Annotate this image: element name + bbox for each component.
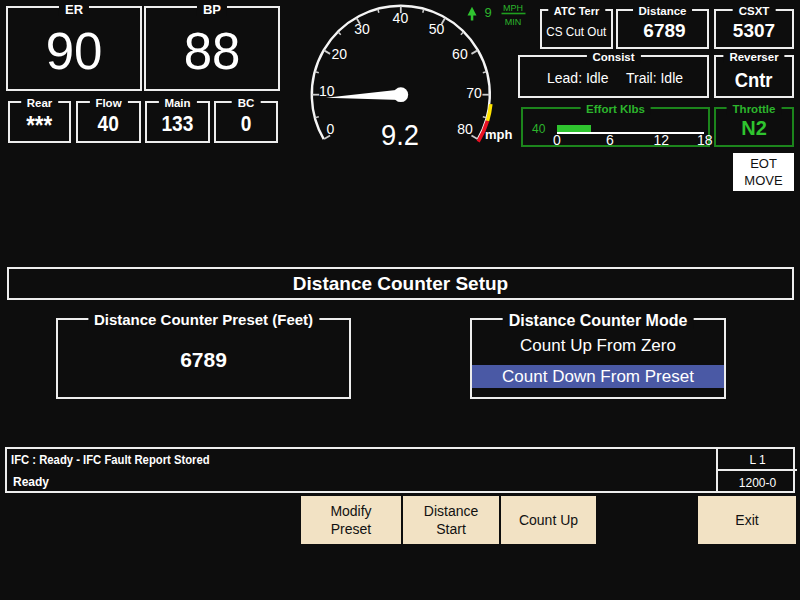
svg-text:MPH: MPH	[503, 3, 523, 13]
svg-text:10: 10	[319, 83, 335, 99]
svg-text:9: 9	[485, 5, 492, 20]
svg-text:60: 60	[452, 46, 468, 62]
svg-text:mph: mph	[485, 127, 513, 142]
svg-text:40: 40	[393, 10, 409, 26]
svg-text:0: 0	[327, 121, 335, 137]
svg-text:80: 80	[457, 121, 473, 137]
svg-text:30: 30	[354, 21, 370, 37]
svg-text:50: 50	[429, 21, 445, 37]
svg-text:20: 20	[331, 46, 347, 62]
svg-text:70: 70	[466, 85, 482, 101]
svg-text:MIN: MIN	[505, 17, 522, 27]
svg-text:9.2: 9.2	[381, 119, 419, 151]
